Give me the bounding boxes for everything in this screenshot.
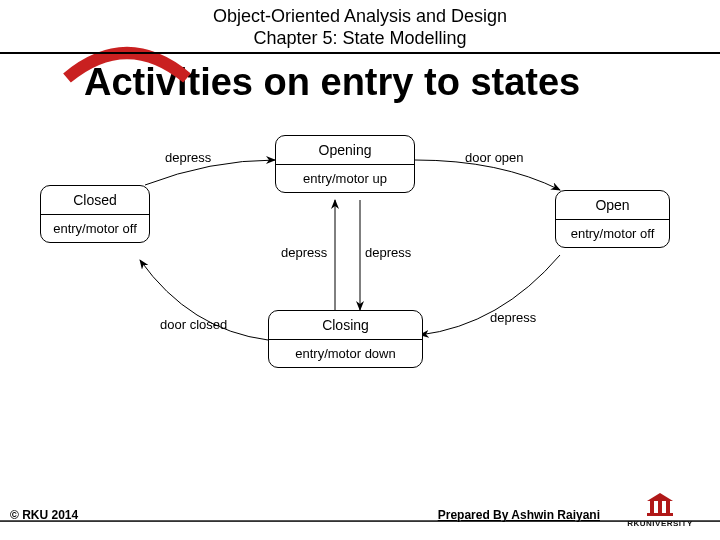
footer: © RKU 2014 Prepared By Ashwin Raiyani RK… <box>0 504 720 540</box>
label-closing-closed: door closed <box>160 317 227 332</box>
label-closing-opening: depress <box>281 245 327 260</box>
arc-decoration-icon <box>62 38 192 88</box>
copyright-text: © RKU 2014 <box>10 508 78 522</box>
state-closed-entry: entry/motor off <box>41 215 149 242</box>
footer-divider <box>0 520 720 522</box>
state-closing: Closing entry/motor down <box>268 310 423 368</box>
label-opening-open: door open <box>465 150 524 165</box>
label-open-closing: depress <box>490 310 536 325</box>
state-closing-entry: entry/motor down <box>269 340 422 367</box>
svg-rect-5 <box>666 501 670 513</box>
state-open: Open entry/motor off <box>555 190 670 248</box>
header-divider <box>0 52 720 54</box>
state-open-name: Open <box>556 191 669 220</box>
course-title-line2: Chapter 5: State Modelling <box>253 28 466 48</box>
course-title-line1: Object-Oriented Analysis and Design <box>213 6 507 26</box>
state-closed: Closed entry/motor off <box>40 185 150 243</box>
state-diagram: Closed entry/motor off Opening entry/mot… <box>0 130 720 460</box>
prepared-by-text: Prepared By Ashwin Raiyani <box>438 508 600 522</box>
university-logo-icon <box>643 491 677 517</box>
svg-rect-2 <box>647 513 673 516</box>
university-logo: RKUNIVERSITY <box>620 491 700 528</box>
state-closing-name: Closing <box>269 311 422 340</box>
state-opening-name: Opening <box>276 136 414 165</box>
label-closed-opening: depress <box>165 150 211 165</box>
svg-rect-3 <box>650 501 654 513</box>
state-opening: Opening entry/motor up <box>275 135 415 193</box>
svg-rect-4 <box>658 501 662 513</box>
label-opening-closing: depress <box>365 245 411 260</box>
state-closed-name: Closed <box>41 186 149 215</box>
university-logo-text: RKUNIVERSITY <box>620 519 700 528</box>
state-open-entry: entry/motor off <box>556 220 669 247</box>
state-opening-entry: entry/motor up <box>276 165 414 192</box>
